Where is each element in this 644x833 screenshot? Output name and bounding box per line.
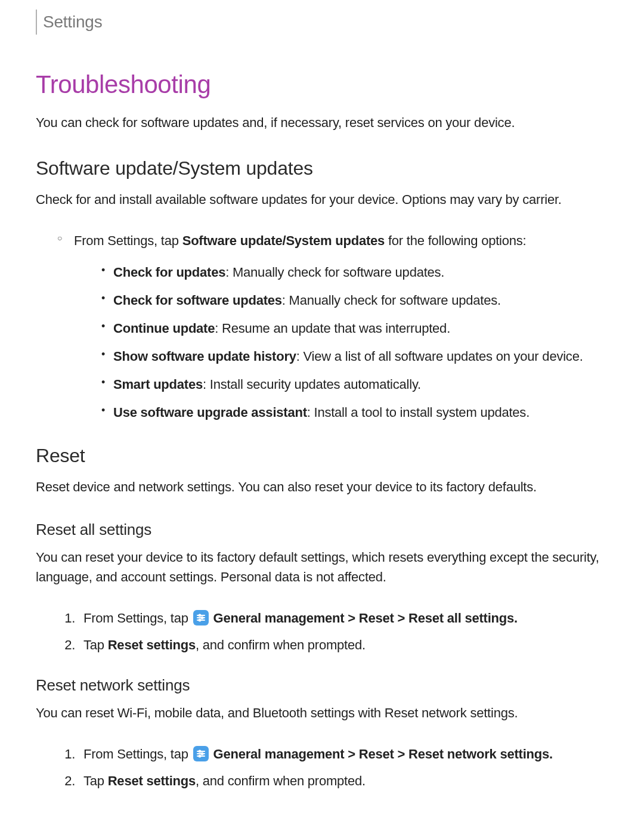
software-update-heading: Software update/System updates bbox=[36, 154, 608, 182]
step-suffix: , and confirm when prompted. bbox=[196, 773, 366, 788]
list-item: Smart updates: Install security updates … bbox=[101, 374, 608, 394]
software-update-outer-list: From Settings, tap Software update/Syste… bbox=[36, 231, 608, 422]
option-desc: : Install security updates automatically… bbox=[203, 377, 421, 392]
reset-all-heading: Reset all settings bbox=[36, 518, 608, 541]
svg-point-11 bbox=[199, 755, 200, 757]
from-settings-suffix: for the following options: bbox=[385, 233, 526, 248]
option-label: Check for updates bbox=[113, 265, 225, 280]
step-prefix: Tap bbox=[83, 773, 108, 788]
intro-text: You can check for software updates and, … bbox=[36, 113, 608, 132]
path-part: General management bbox=[213, 747, 345, 761]
from-settings-line: From Settings, tap Software update/Syste… bbox=[60, 231, 608, 422]
from-settings-bold: Software update/System updates bbox=[182, 233, 385, 248]
from-settings-prefix: From Settings, tap bbox=[74, 233, 182, 248]
list-item: Show software update history: View a lis… bbox=[101, 346, 608, 366]
option-desc: : Install a tool to install system updat… bbox=[307, 405, 530, 420]
option-label: Smart updates bbox=[113, 377, 203, 392]
reset-all-steps: From Settings, tap General management > … bbox=[36, 608, 608, 655]
list-item: Check for software updates: Manually che… bbox=[101, 290, 608, 310]
option-desc: : Resume an update that was interrupted. bbox=[215, 321, 450, 336]
list-item: Check for updates: Manually check for so… bbox=[101, 262, 608, 282]
step-prefix: From Settings, tap bbox=[83, 611, 192, 625]
step-bold: Reset settings bbox=[108, 773, 196, 788]
path-sep: > bbox=[394, 611, 408, 625]
svg-point-1 bbox=[199, 615, 200, 617]
svg-point-9 bbox=[201, 753, 203, 755]
option-label: Show software update history bbox=[113, 349, 296, 364]
section-label: Settings bbox=[43, 13, 102, 31]
reset-network-steps: From Settings, tap General management > … bbox=[36, 744, 608, 791]
list-item: Use software upgrade assistant: Install … bbox=[101, 402, 608, 422]
path-sep: > bbox=[344, 747, 358, 761]
path-part: Reset network settings bbox=[408, 747, 549, 761]
step-item: From Settings, tap General management > … bbox=[79, 608, 608, 628]
option-label: Use software upgrade assistant bbox=[113, 405, 307, 420]
option-desc: : Manually check for software updates. bbox=[225, 265, 444, 280]
reset-network-lead: You can reset Wi-Fi, mobile data, and Bl… bbox=[36, 703, 608, 723]
path-part: Reset bbox=[359, 747, 394, 761]
option-label: Continue update bbox=[113, 321, 215, 336]
reset-heading: Reset bbox=[36, 441, 608, 470]
svg-point-3 bbox=[201, 617, 203, 619]
option-label: Check for software updates bbox=[113, 293, 282, 308]
option-desc: : View a list of all software updates on… bbox=[296, 349, 583, 364]
svg-point-7 bbox=[199, 751, 200, 753]
software-options-list: Check for updates: Manually check for so… bbox=[74, 262, 608, 422]
step-item: Tap Reset settings, and confirm when pro… bbox=[79, 635, 608, 655]
step-item: Tap Reset settings, and confirm when pro… bbox=[79, 771, 608, 791]
period: . bbox=[514, 611, 518, 625]
path-part: General management bbox=[213, 611, 345, 625]
software-update-lead: Check for and install available software… bbox=[36, 190, 608, 209]
reset-network-heading: Reset network settings bbox=[36, 674, 608, 697]
path-sep: > bbox=[394, 747, 408, 761]
step-bold: Reset settings bbox=[108, 637, 196, 652]
section-header-bar: Settings bbox=[36, 10, 608, 35]
option-desc: : Manually check for software updates. bbox=[282, 293, 501, 308]
period: . bbox=[549, 747, 553, 761]
step-prefix: Tap bbox=[83, 637, 108, 652]
path-part: Reset bbox=[359, 611, 394, 625]
general-management-icon bbox=[193, 610, 209, 625]
list-item: Continue update: Resume an update that w… bbox=[101, 318, 608, 338]
reset-all-lead: You can reset your device to its factory… bbox=[36, 547, 608, 587]
general-management-icon bbox=[193, 746, 209, 761]
page-title: Troubleshooting bbox=[36, 66, 608, 103]
svg-point-5 bbox=[199, 620, 200, 621]
reset-lead: Reset device and network settings. You c… bbox=[36, 477, 608, 497]
step-item: From Settings, tap General management > … bbox=[79, 744, 608, 764]
step-suffix: , and confirm when prompted. bbox=[196, 637, 366, 652]
path-sep: > bbox=[344, 611, 358, 625]
path-part: Reset all settings bbox=[408, 611, 514, 625]
step-prefix: From Settings, tap bbox=[83, 747, 192, 761]
